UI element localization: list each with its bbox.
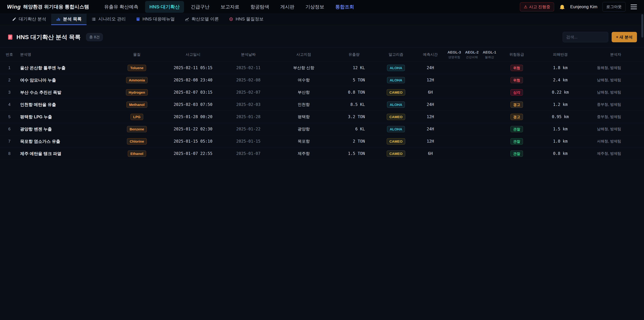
nav-item-aerial-search[interactable]: 항공탐색 xyxy=(246,1,274,13)
notebook-icon xyxy=(7,34,14,40)
table-row[interactable]: 1 울산 온산항 톨루엔 누출 Toluene 2025-02-11 05:15… xyxy=(0,62,644,74)
table-header-row: 번호 분석명 물질 사고일시 분석날짜 사고지점 유출량 알고리즘 예측시간 A… xyxy=(0,47,644,62)
row-no: 7 xyxy=(4,139,14,144)
tab-hns-substance-info[interactable]: HNS 물질정보 xyxy=(224,14,268,25)
analysis-table: 번호 분석명 물질 사고일시 분석날짜 사고지점 유출량 알고리즘 예측시간 A… xyxy=(0,47,644,160)
nav-item-integrated-search[interactable]: 통합조회 xyxy=(331,1,358,13)
brand-logo: Wing xyxy=(7,4,21,10)
tab-label: 시나리오 관리 xyxy=(98,16,126,22)
col-header-analyst: 분석자 xyxy=(586,52,640,57)
tab-scenario-management[interactable]: 시나리오 관리 xyxy=(86,14,131,25)
user-name: Eunjeong Kim xyxy=(570,4,598,10)
row-radius: 1.8 km xyxy=(535,66,586,70)
total-count-badge: 총 8건 xyxy=(86,33,103,41)
substance-badge: Hydrogen xyxy=(126,89,148,96)
row-name: 울산 온산항 톨루엔 누출 xyxy=(14,65,108,71)
nav-item-hns-diffusion[interactable]: HNS·대기확산 xyxy=(145,1,184,13)
row-radius: 0.95 km xyxy=(535,114,586,119)
algorithm-badge: CAMEO xyxy=(387,138,405,144)
col-header-radius: 피해반경 xyxy=(535,52,586,57)
col-header-analysis-date: 분석날짜 xyxy=(221,52,276,57)
table-row[interactable]: 8 제주 에탄올 탱크 파열 Ethanol 2025-01-07 22:55 … xyxy=(0,148,644,160)
row-amount: 0.8 TON xyxy=(332,90,377,95)
row-forecast: 24H xyxy=(415,102,446,107)
menu-button[interactable] xyxy=(630,5,637,9)
row-no: 8 xyxy=(4,151,14,156)
notification-bell-icon[interactable] xyxy=(559,4,565,10)
table-row[interactable]: 6 광양항 벤젠 누출 Benzene 2025-01-22 02:30 202… xyxy=(0,123,644,135)
col-header-no: 번호 xyxy=(4,52,14,57)
incident-status-badge: ⚠ 사고 진행중 xyxy=(520,2,554,12)
substance-badge: Toluene xyxy=(128,65,146,71)
row-location: 여수항 xyxy=(276,77,332,83)
nav-item-weather-info[interactable]: 기상정보 xyxy=(301,1,328,13)
row-location: 인천항 xyxy=(276,102,332,107)
table-row[interactable]: 4 인천항 메탄올 유출 Methanol 2025-02-03 07:50 2… xyxy=(0,99,644,111)
nav-item-oil-spill-prediction[interactable]: 유출유 확산예측 xyxy=(100,1,143,13)
tab-hns-response-manual[interactable]: HNS 대응매뉴얼 xyxy=(131,14,180,25)
row-forecast: 12H xyxy=(415,78,446,82)
row-analysis-date: 2025-01-07 xyxy=(221,151,276,156)
warning-icon: ⚠ xyxy=(524,5,528,9)
tab-analysis-list[interactable]: 분석 목록 xyxy=(51,14,86,25)
list-icon xyxy=(92,17,96,21)
row-no: 6 xyxy=(4,127,14,131)
row-location: 목포항 xyxy=(276,139,332,144)
row-amount: 8.5 KL xyxy=(332,102,377,107)
row-radius: 1.2 km xyxy=(535,102,586,107)
col-header-aegl2: AEGL-2 건강피해 xyxy=(463,50,481,59)
logout-button[interactable]: 로그아웃 xyxy=(602,2,626,12)
row-forecast: 12H xyxy=(415,114,446,119)
table-row[interactable]: 5 평택항 LPG 누출 LPG 2025-01-28 00:20 2025-0… xyxy=(0,111,644,123)
tab-label: 확산모델 이론 xyxy=(192,16,219,22)
row-analyst: 중부청, 방제팀 xyxy=(586,114,640,119)
risk-badge: 관찰 xyxy=(510,126,523,132)
new-analysis-button[interactable]: + 새 분석 xyxy=(612,32,637,42)
row-no: 1 xyxy=(4,66,14,70)
risk-badge: 위험 xyxy=(510,65,523,71)
algorithm-badge: ALOHA xyxy=(387,77,405,83)
row-radius: 0.22 km xyxy=(535,90,586,95)
row-location: 광양항 xyxy=(276,126,332,132)
top-navigation-bar: Wing 해양환경 위기대응 통합시스템 유출유 확산예측 HNS·대기확산 긴… xyxy=(0,0,644,14)
algorithm-badge: CAMEO xyxy=(387,89,405,96)
topbar-right: ⚠ 사고 진행중 Eunjeong Kim 로그아웃 xyxy=(520,2,637,12)
scrollbar-thumb[interactable] xyxy=(641,14,643,38)
risk-badge: 관찰 xyxy=(510,151,523,157)
algorithm-badge: ALOHA xyxy=(387,102,405,108)
row-amount: 12 KL xyxy=(332,66,377,70)
row-forecast: 24H xyxy=(415,66,446,70)
table-row[interactable]: 2 여수 암모니아 누출 Ammonia 2025-02-08 23:40 20… xyxy=(0,74,644,86)
row-accident-time: 2025-01-28 00:20 xyxy=(165,114,221,119)
table-row[interactable]: 3 부산 수소 추진선 폭발 Hydrogen 2025-02-07 03:15… xyxy=(0,86,644,99)
algorithm-badge: ALOHA xyxy=(387,126,405,132)
tab-diffusion-model-theory[interactable]: 확산모델 이론 xyxy=(180,14,224,25)
row-location: 평택항 xyxy=(276,114,332,120)
row-name: 부산 수소 추진선 폭발 xyxy=(14,90,108,95)
row-no: 3 xyxy=(4,90,14,95)
row-analysis-date: 2025-02-03 xyxy=(221,102,276,107)
substance-badge: LPG xyxy=(130,114,143,120)
row-no: 4 xyxy=(4,102,14,107)
nav-item-reports[interactable]: 보고자료 xyxy=(216,1,244,13)
risk-badge: 심각 xyxy=(510,89,523,96)
col-header-substance: 물질 xyxy=(108,52,165,57)
row-accident-time: 2025-01-22 02:30 xyxy=(165,127,221,131)
row-no: 2 xyxy=(4,78,14,82)
table-row[interactable]: 7 목포항 염소가스 유출 Chlorine 2025-01-15 05:10 … xyxy=(0,135,644,148)
row-radius: 1.0 km xyxy=(535,139,586,144)
main-nav: 유출유 확산예측 HNS·대기확산 긴급구난 보고자료 항공탐색 게시판 기상정… xyxy=(100,1,358,13)
row-analysis-date: 2025-02-08 xyxy=(221,78,276,82)
book-icon xyxy=(136,17,140,21)
row-forecast: 12H xyxy=(415,139,446,144)
brand[interactable]: Wing 해양환경 위기대응 통합시스템 xyxy=(7,4,89,10)
nav-item-board[interactable]: 게시판 xyxy=(276,1,299,13)
row-analyst: 남해청, 방제팀 xyxy=(586,90,640,95)
search-input[interactable] xyxy=(563,32,608,42)
row-analyst: 중부청, 방제팀 xyxy=(586,102,640,107)
nav-item-emergency-rescue[interactable]: 긴급구난 xyxy=(186,1,214,13)
col-header-aegl3: AEGL-3 생명위험 xyxy=(446,50,463,59)
tab-diffusion-analysis[interactable]: 대기확산 분석 xyxy=(7,14,51,25)
tab-label: 대기확산 분석 xyxy=(19,16,46,22)
sub-tab-bar: 대기확산 분석 분석 목록 시나리오 관리 HNS 대응매뉴얼 확산모델 이론 … xyxy=(0,14,644,25)
